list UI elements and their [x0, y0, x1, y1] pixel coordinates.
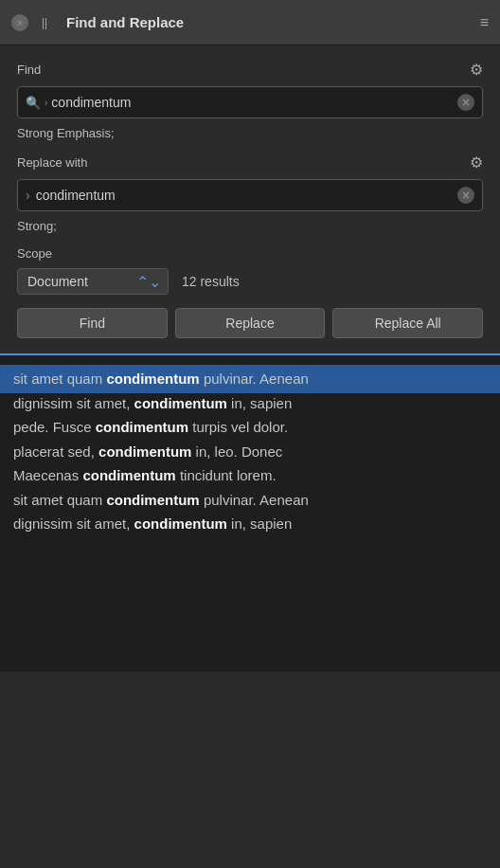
title-bar: × || Find and Replace ≡ — [0, 0, 500, 45]
replace-label: Replace with — [17, 155, 87, 170]
replace-input-row[interactable]: › × — [17, 179, 483, 211]
result-row[interactable]: pede. Fusce condimentum turpis vel dolor… — [13, 415, 487, 440]
action-buttons: Find Replace Replace All — [17, 308, 483, 338]
results-count: 12 results — [182, 274, 240, 289]
find-tag-line: Strong Emphasis; — [17, 126, 483, 140]
close-button[interactable]: × — [11, 14, 28, 31]
find-clear-button[interactable]: × — [457, 94, 474, 111]
result-row[interactable]: dignissim sit amet, condimentum in, sapi… — [13, 512, 487, 536]
replace-dropdown-icon[interactable]: › — [26, 188, 30, 203]
replace-button[interactable]: Replace — [175, 308, 326, 338]
result-row[interactable]: sit amet quam condimentum pulvinar. Aene… — [0, 365, 500, 393]
replace-section-header: Replace with ⚙ — [17, 154, 483, 172]
scope-label: Scope — [17, 246, 483, 261]
scope-row: Document Selection All Files ⌃⌄ 12 resul… — [17, 268, 483, 295]
replace-settings-icon[interactable]: ⚙ — [470, 154, 483, 172]
find-dropdown-icon[interactable]: › — [45, 98, 47, 108]
result-row[interactable]: sit amet quam condimentum pulvinar. Aene… — [13, 488, 487, 513]
results-area[interactable]: sit amet quam condimentum pulvinar. Aene… — [0, 353, 500, 672]
pause-button[interactable]: || — [36, 14, 53, 31]
find-button[interactable]: Find — [17, 308, 168, 338]
find-section-header: Find ⚙ — [17, 61, 483, 79]
replace-input[interactable] — [36, 188, 457, 203]
scope-select-wrapper: Document Selection All Files ⌃⌄ — [17, 268, 169, 295]
result-row[interactable]: Maecenas condimentum tincidunt lorem. — [13, 463, 487, 488]
find-input[interactable] — [51, 95, 457, 110]
find-replace-panel: Find ⚙ 🔍 › × Strong Emphasis; Replace wi… — [0, 45, 500, 353]
result-row[interactable]: dignissim sit amet, condimentum in, sapi… — [13, 391, 487, 416]
panel-title: Find and Replace — [62, 14, 471, 30]
window-controls: × || — [11, 14, 53, 31]
result-row[interactable]: placerat sed, condimentum in, leo. Donec — [13, 440, 487, 464]
scope-select[interactable]: Document Selection All Files — [17, 268, 169, 295]
search-icon: 🔍 — [26, 96, 41, 110]
replace-tag-line: Strong; — [17, 219, 483, 233]
menu-icon[interactable]: ≡ — [480, 14, 489, 31]
find-settings-icon[interactable]: ⚙ — [470, 61, 483, 79]
find-label: Find — [17, 63, 41, 77]
replace-clear-button[interactable]: × — [457, 187, 474, 204]
scope-section: Scope Document Selection All Files ⌃⌄ 12… — [17, 246, 483, 295]
find-input-row[interactable]: 🔍 › × — [17, 86, 483, 118]
replace-all-button[interactable]: Replace All — [332, 308, 483, 338]
